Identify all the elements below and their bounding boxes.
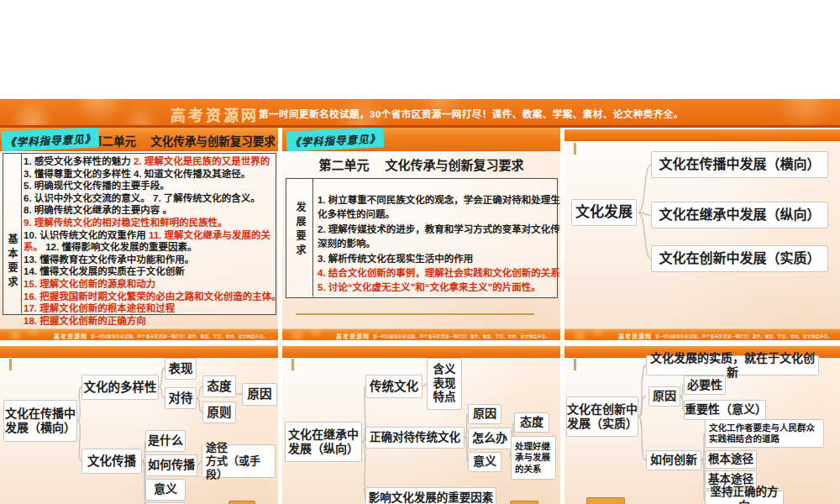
diagram-node: 文化在继承中发展（纵向） bbox=[651, 202, 828, 228]
requirement-list: 1. 树立尊重不同民族文化的观念，学会正确对待和处理生活中文化多样性的问题。2.… bbox=[318, 193, 560, 296]
requirement-line: 9. 理解传统文化的相对稳定性和鲜明的民族性。 bbox=[24, 217, 278, 229]
slide-2-thumbnail[interactable]: 《学科指导意见》 第二单元 文化传承与创新复习要求 发展要求 1. 树立尊重不同… bbox=[282, 128, 560, 340]
diagram-node: 重要性（意义） bbox=[684, 400, 766, 420]
diagram-node: 原则 bbox=[202, 402, 236, 423]
slide-5-thumbnail[interactable]: 文化在继承中 发展（纵向）传统文化含义 表现 特点正确对待传统文化原因怎么办意义… bbox=[282, 344, 560, 504]
side-label-development: 发展要求 bbox=[293, 202, 307, 279]
diagram-node: 影响文化发展的重要因素 bbox=[365, 487, 496, 504]
diagram-node: 途径 方式（或手段） bbox=[202, 444, 276, 478]
diagram-node: 文化发展的实质，就在于文化创新 bbox=[646, 355, 819, 375]
slide-6-thumbnail[interactable]: 文化在创新中 发展（实质）文化发展的实质，就在于文化创新原因必要性重要性（意义）… bbox=[564, 344, 840, 504]
requirement-line: 2. 理解传媒技术的进步，教育和学习方式的变革对文化传承具有 bbox=[318, 223, 560, 237]
requirement-line: 3. 解析传统文化在现实生活中的作用 bbox=[318, 252, 560, 266]
footer-slogan: 第一时间更新名校试题，30个省市区资源一网打尽！课件、教案、学案、素材、论文种类… bbox=[373, 333, 550, 339]
slide-title: 第二单元 文化传承与创新复习要求 bbox=[282, 155, 560, 173]
requirement-line: 5. 讨论“文化虚无主义”和“文化拿来主义”的片面性。 bbox=[318, 281, 560, 295]
diagram-node: 态度 bbox=[202, 375, 236, 397]
box-divider bbox=[312, 178, 313, 297]
diagram-node: 处理好继 承与发展 的关系 bbox=[511, 436, 556, 480]
requirement-line: 深刻的影响。 bbox=[318, 237, 560, 251]
diagram-node: 表现 bbox=[165, 358, 197, 380]
requirement-line: 5. 明确现代文化传播的主要手段。 bbox=[24, 180, 278, 192]
diagram-node: 原因 bbox=[648, 386, 680, 407]
diagram-node: 怎么办 bbox=[468, 428, 512, 449]
slide-grid-page: { "banner": { "logo": "高考资源网", "slogan":… bbox=[0, 0, 840, 504]
footer-logo: 高考资源网 bbox=[54, 332, 87, 340]
diagram-node: 文化工作者要走与人民群众 实践相结合的道路 bbox=[705, 419, 824, 448]
diagram-node: 文化在创新中 发展（实质） bbox=[566, 396, 638, 437]
footer-logo: 高考资源网 bbox=[336, 332, 370, 340]
diagram-node: 正确对待传统文化 bbox=[365, 427, 465, 449]
diagram-node: 文化在传播中 发展（横向） bbox=[3, 400, 77, 442]
diagram-node: 文化的多样性 bbox=[81, 375, 159, 400]
diagram-node: 文化发展 bbox=[571, 199, 637, 226]
diagram-node: 态度 bbox=[514, 412, 549, 433]
requirement-line: 15. 理解文化创新的源泉和动力 bbox=[24, 278, 278, 291]
requirement-line: 化多样性的问题。 bbox=[318, 207, 560, 222]
requirement-line: 3. 懂得尊重文化的多样性 4. 知道文化传播及其途径。 bbox=[24, 168, 278, 181]
diagram-node: 意义 bbox=[145, 479, 186, 501]
gold-divider-line bbox=[296, 313, 534, 315]
slide-footer-bar: 高考资源网 第一时间更新名校试题，30个省市区资源一网打尽！课件、教案、学案、素… bbox=[282, 328, 560, 340]
diagram-node: 文化在创新中发展（实质） bbox=[651, 245, 828, 272]
diagram-node: 坚持正确的方向 bbox=[705, 491, 784, 504]
slide-footer-bar: 高考资源网 第一时间更新名校试题，30个省市区资源一网打尽！课件、教案、学案、素… bbox=[0, 328, 278, 340]
requirement-line: 8. 明确传统文化继承的主要内容 。 bbox=[24, 204, 278, 217]
diagram-node: 必要性 bbox=[684, 375, 726, 395]
requirement-line: 13. 懂得教育在文化传承中功能和作用。 bbox=[24, 254, 278, 266]
gold-marker bbox=[586, 497, 625, 504]
requirement-line: 14. 懂得文化发展的实质在于文化创新 bbox=[24, 265, 278, 278]
diagram-node: 含义 表现 特点 bbox=[427, 358, 462, 410]
diagram-node: 是什么 bbox=[145, 430, 186, 452]
diagram-node: 文化传播 bbox=[81, 449, 142, 474]
requirement-line: 4. 结合文化创新的事例，理解社会实践和文化创新的关系。 bbox=[318, 266, 560, 281]
site-banner: 高考资源网 第一时间更新名校试题，30个省市区资源一网打尽！课件、教案、学案、素… bbox=[0, 99, 840, 128]
gold-marker bbox=[228, 501, 255, 504]
requirement-line: 16. 把握我国新时期文化繁荣的必由之路和文化创造的主体。 bbox=[24, 291, 278, 303]
slide-4-thumbnail[interactable]: 文化在传播中 发展（横向）文化的多样性表现对待态度原则原因文化传播是什么如何传播… bbox=[0, 344, 278, 504]
requirement-line: 系。 12. 懂得影响文化发展的重要因素。 bbox=[24, 241, 278, 254]
slide-3-thumbnail[interactable]: 高考资源网 第一时间更新名校试题，30个省市区资源一网打尽！课件、教案、学案、素… bbox=[564, 128, 840, 340]
requirement-list: 1. 感受文化多样性的魅力 2. 理解文化是民族的又是世界的3. 懂得尊重文化的… bbox=[24, 155, 278, 327]
requirement-line: 1. 树立尊重不同民族文化的观念，学会正确对待和处理生活中文 bbox=[318, 193, 560, 207]
footer-slogan: 第一时间更新名校试题，30个省市区资源一网打尽！课件、教案、学案、素材、论文种类… bbox=[91, 333, 268, 339]
site-logo: 高考资源网 bbox=[171, 103, 259, 125]
requirement-line: 18. 把握文化创新的正确方向 bbox=[24, 315, 278, 328]
diagram-node: 原因 bbox=[242, 383, 277, 406]
diagram-node: 原因 bbox=[468, 404, 501, 424]
diagram-node: 对待 bbox=[165, 387, 197, 409]
requirement-line: 10. 认识传统文化的双重作用 11. 理解文化继承与发展的关 bbox=[24, 229, 278, 242]
diagram-node: 传统文化 bbox=[365, 375, 423, 398]
slide-1-thumbnail[interactable]: 《学科指导意见》 第二单元 文化传承与创新复习要求 基本要求 1. 感受文化多样… bbox=[0, 128, 278, 340]
requirement-line: 1. 感受文化多样性的魅力 2. 理解文化是民族的又是世界的 bbox=[24, 155, 278, 168]
gold-marker bbox=[510, 501, 538, 504]
diagram-node: 根本途径 bbox=[705, 450, 757, 469]
side-label-basic: 基本要求 bbox=[5, 234, 19, 311]
diagram-node: 如何传播 bbox=[145, 454, 197, 476]
diagram-node: 如何创新 bbox=[646, 450, 701, 470]
site-slogan: 第一时间更新名校试题，30个省市区资源一网打尽！课件、教案、学案、素材、论文种类… bbox=[259, 107, 684, 120]
diagram-node: 文化在继承中 发展（纵向） bbox=[285, 422, 362, 462]
diagram-node: 文化在传播中发展（横向） bbox=[651, 151, 828, 178]
requirement-line: 6. 认识中外文化交流的意义。 7. 了解传统文化的含义。 bbox=[24, 192, 278, 205]
diagram-node: 意义 bbox=[468, 452, 501, 472]
box-divider bbox=[21, 153, 22, 313]
requirement-line: 17. 理解文化创新的根本途径和过程 bbox=[24, 302, 278, 315]
slide-title: 第二单元 文化传承与创新复习要求 bbox=[91, 132, 276, 149]
